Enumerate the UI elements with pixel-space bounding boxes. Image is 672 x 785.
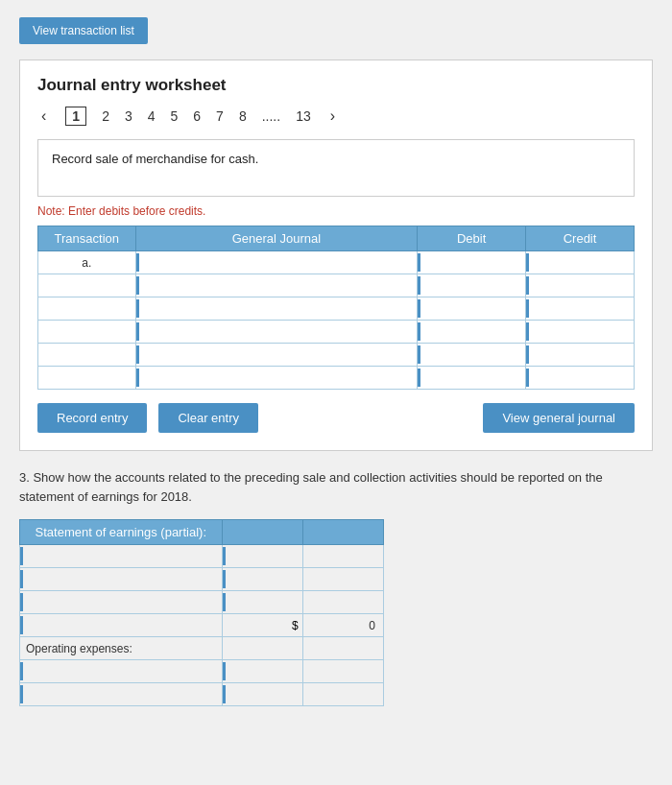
debit-input-2[interactable]: [418, 274, 525, 297]
debit-cell-3[interactable]: [418, 297, 526, 321]
credit-cell-1[interactable]: [526, 251, 635, 274]
debit-input-5[interactable]: [418, 344, 525, 366]
credit-input-5[interactable]: [526, 344, 634, 366]
earnings-label-6[interactable]: [20, 660, 223, 683]
credit-cell-4[interactable]: [526, 321, 635, 344]
earnings-val2-7[interactable]: [222, 683, 302, 706]
earnings-label-input-7[interactable]: [20, 683, 222, 705]
earnings-val3-input-5[interactable]: [303, 637, 383, 659]
journal-cell-3[interactable]: [135, 297, 418, 321]
worksheet-title: Journal entry worksheet: [37, 76, 635, 95]
earnings-val3-3[interactable]: [302, 591, 383, 614]
page-2[interactable]: 2: [102, 108, 109, 124]
view-transaction-button[interactable]: View transaction list: [19, 17, 148, 44]
earnings-label-4[interactable]: [20, 614, 223, 637]
journal-cell-6[interactable]: [135, 367, 418, 390]
earnings-label-1[interactable]: [20, 545, 223, 568]
earnings-row: [20, 568, 384, 591]
earnings-row: Operating expenses:: [20, 637, 384, 660]
earnings-dollar-cell: $: [222, 614, 302, 637]
earnings-val2-1[interactable]: [222, 545, 302, 568]
debit-input-6[interactable]: [418, 367, 525, 389]
credit-cell-5[interactable]: [526, 344, 635, 367]
earnings-label-2[interactable]: [20, 568, 223, 591]
earnings-val3-input-6[interactable]: [303, 660, 383, 682]
earnings-val2-6[interactable]: [222, 660, 302, 683]
record-entry-button[interactable]: Record entry: [37, 403, 147, 433]
debit-cell-5[interactable]: [418, 344, 526, 367]
credit-cell-3[interactable]: [526, 297, 635, 321]
view-general-journal-button[interactable]: View general journal: [483, 403, 635, 433]
earnings-label-input-3[interactable]: [20, 591, 222, 613]
page-6[interactable]: 6: [193, 108, 201, 124]
earnings-val2-3[interactable]: [222, 591, 302, 614]
earnings-val3-input-3[interactable]: [303, 591, 383, 613]
earnings-label-input-4[interactable]: [20, 614, 222, 636]
journal-cell-2[interactable]: [135, 274, 418, 297]
earnings-val3-6[interactable]: [302, 660, 383, 683]
section-3-text: 3. Show how the accounts related to the …: [19, 468, 653, 506]
journal-input-3[interactable]: [136, 297, 418, 320]
trans-cell-6: [38, 367, 136, 390]
credit-input-1[interactable]: [526, 251, 634, 274]
journal-input-1[interactable]: [136, 251, 418, 274]
journal-cell-5[interactable]: [135, 344, 418, 367]
journal-input-5[interactable]: [136, 344, 418, 366]
page-7[interactable]: 7: [216, 108, 224, 124]
debit-input-1[interactable]: [418, 251, 525, 274]
earnings-label-input-6[interactable]: [20, 660, 222, 682]
journal-cell-4[interactable]: [135, 321, 418, 344]
earnings-val2-input-2[interactable]: [223, 568, 302, 590]
note-text: Note: Enter debits before credits.: [37, 204, 635, 218]
earnings-label-7[interactable]: [20, 683, 223, 706]
page-13[interactable]: 13: [296, 108, 311, 124]
earnings-val3-5[interactable]: [302, 637, 383, 660]
journal-input-2[interactable]: [136, 274, 418, 297]
debit-cell-6[interactable]: [418, 367, 526, 390]
earnings-label-3[interactable]: [20, 591, 223, 614]
debit-cell-2[interactable]: [418, 274, 526, 297]
earnings-val2-5[interactable]: [222, 637, 302, 660]
debit-input-3[interactable]: [418, 297, 525, 320]
earnings-val3-input-1[interactable]: [303, 545, 383, 567]
debit-input-4[interactable]: [418, 321, 525, 343]
journal-input-4[interactable]: [136, 321, 418, 343]
debit-cell-4[interactable]: [418, 321, 526, 344]
earnings-label-input-1[interactable]: [20, 545, 222, 567]
earnings-val2-input-3[interactable]: [223, 591, 302, 613]
prev-page-arrow[interactable]: ‹: [37, 107, 50, 125]
instruction-box: Record sale of merchandise for cash.: [37, 139, 635, 197]
credit-input-6[interactable]: [526, 367, 634, 389]
earnings-val2-2[interactable]: [222, 568, 302, 591]
earnings-val2-input-1[interactable]: [223, 545, 302, 567]
earnings-row: [20, 545, 384, 568]
section-3: 3. Show how the accounts related to the …: [10, 459, 662, 706]
earnings-row: [20, 683, 384, 706]
journal-cell-1[interactable]: [135, 251, 418, 274]
earnings-val3-input-7[interactable]: [303, 683, 383, 705]
earnings-val3-2[interactable]: [302, 568, 383, 591]
credit-cell-6[interactable]: [526, 367, 635, 390]
credit-input-3[interactable]: [526, 297, 634, 320]
page-8[interactable]: 8: [239, 108, 247, 124]
table-row: a.: [38, 251, 635, 274]
page-1[interactable]: 1: [65, 107, 86, 126]
earnings-val3-7[interactable]: [302, 683, 383, 706]
clear-entry-button[interactable]: Clear entry: [158, 403, 258, 433]
journal-input-6[interactable]: [136, 367, 418, 389]
debit-cell-1[interactable]: [418, 251, 526, 274]
col-debit: Debit: [418, 226, 526, 251]
page-4[interactable]: 4: [148, 108, 156, 124]
credit-input-2[interactable]: [526, 274, 634, 297]
earnings-val3-1[interactable]: [302, 545, 383, 568]
page-3[interactable]: 3: [125, 108, 132, 124]
earnings-val3-input-2[interactable]: [303, 568, 383, 590]
earnings-label-input-2[interactable]: [20, 568, 222, 590]
credit-input-4[interactable]: [526, 321, 634, 343]
next-page-arrow[interactable]: ›: [326, 107, 339, 125]
earnings-val2-input-7[interactable]: [223, 683, 302, 705]
credit-cell-2[interactable]: [526, 274, 635, 297]
earnings-val2-input-6[interactable]: [223, 660, 302, 682]
page-5[interactable]: 5: [171, 108, 179, 124]
earnings-val2-input-5[interactable]: [223, 637, 302, 659]
